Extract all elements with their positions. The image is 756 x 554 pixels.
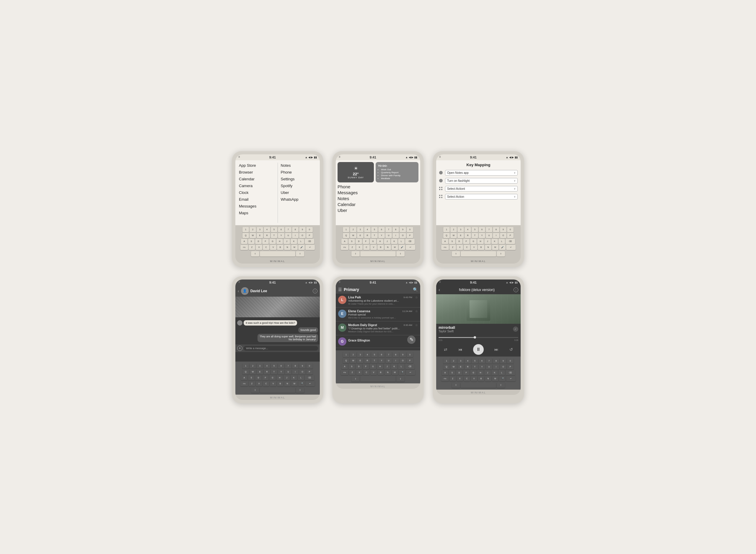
key-z[interactable]: Z — [249, 245, 255, 250]
star-icon-0[interactable]: ☆ — [415, 296, 418, 299]
add-attachment-button[interactable]: + — [237, 346, 243, 351]
key-enter[interactable]: ↵ — [305, 245, 315, 250]
prev-icon[interactable]: ⏮ — [458, 347, 462, 352]
shuffle-icon[interactable]: ⇄ — [444, 347, 447, 352]
key-shift-left[interactable]: ⇧ — [251, 251, 259, 257]
app-item-uber[interactable]: Uber — [281, 190, 316, 196]
info-icon-music[interactable]: i — [513, 287, 518, 292]
key-6[interactable]: 6 — [278, 227, 285, 232]
shortcut-messages[interactable]: Messages — [338, 190, 418, 195]
key-o[interactable]: O — [299, 233, 306, 238]
key-3[interactable]: 3 — [257, 227, 263, 232]
app-item-phone[interactable]: Phone — [281, 169, 316, 175]
email-item-0[interactable]: L Lisa Paik 9:43 PM Volunteering at the … — [336, 294, 420, 308]
app-item-settings[interactable]: Settings — [281, 176, 316, 182]
next-icon[interactable]: ⏭ — [494, 347, 499, 352]
msg-bubble-2: They are all doing super well, Benjamin … — [257, 334, 318, 342]
app-item-calendar[interactable]: Calendar — [239, 176, 274, 182]
key-8[interactable]: 8 — [292, 227, 299, 232]
todo-widget: TO DO: Work Out Quarterly Report Dinner … — [375, 162, 418, 182]
key-q[interactable]: Q — [243, 233, 249, 238]
email-list: L Lisa Paik 9:43 PM Volunteering at the … — [336, 294, 420, 348]
time-4: 9:41 — [269, 281, 276, 284]
key-1[interactable]: 1 — [243, 227, 249, 232]
hamburger-icon[interactable]: ☰ — [338, 287, 342, 292]
email-screen: ☰ Primary 🔍 L Lisa Paik 9:43 PM Voluntee… — [336, 285, 420, 350]
key-f[interactable]: F — [262, 239, 269, 244]
weather-temp: 22° — [353, 172, 359, 176]
shortcut-notes[interactable]: Notes — [338, 196, 418, 201]
compose-button[interactable]: ✎ — [407, 336, 415, 344]
key-s[interactable]: S — [248, 239, 255, 244]
play-pause-button[interactable]: ⏸ — [473, 344, 484, 355]
app-item-whatsapp[interactable]: WhatsApp — [281, 197, 316, 202]
app-item-browser[interactable]: Browser — [239, 169, 274, 175]
key-space[interactable] — [260, 251, 295, 257]
app-item-clock[interactable]: Clock — [239, 190, 274, 196]
message-input[interactable]: Write a message... — [244, 346, 318, 351]
app-item-messages[interactable]: Messages — [239, 203, 274, 209]
key-y[interactable]: Y — [278, 233, 285, 238]
key-v[interactable]: V — [270, 245, 276, 250]
key-n[interactable]: N — [284, 245, 291, 250]
key-e[interactable]: E — [257, 233, 263, 238]
app-item-appstore[interactable]: App Store — [239, 163, 274, 168]
key-p[interactable]: P — [306, 233, 313, 238]
status-icons-3: ▲ ◀ ▶ ▮▮ — [506, 156, 518, 159]
shortcut-phone[interactable]: Phone — [338, 184, 418, 189]
key-9[interactable]: 9 — [299, 227, 306, 232]
android-dot-5: ⠿ — [339, 281, 341, 284]
star-icon-2[interactable]: ☆ — [415, 324, 418, 327]
key-w[interactable]: W — [250, 233, 256, 238]
key-l[interactable]: L — [298, 239, 304, 244]
key-u[interactable]: U — [285, 233, 292, 238]
app-item-spotify[interactable]: Spotify — [281, 183, 316, 188]
key-i[interactable]: I — [292, 233, 299, 238]
email-item-2[interactable]: M Medium Daily Digest 6:30 AM "7 Drawing… — [336, 321, 420, 335]
key-7[interactable]: 7 — [285, 227, 292, 232]
key-4[interactable]: 4 — [264, 227, 270, 232]
key-mic[interactable]: 🎤 — [298, 245, 305, 250]
repeat-icon[interactable]: ↺ — [509, 347, 513, 352]
key-m[interactable]: M — [291, 245, 298, 250]
email-preview-2: Medium Daily Digest Get Medium for iOS..… — [348, 330, 412, 333]
key-shift-right[interactable]: ⇧ — [296, 251, 304, 257]
star-icon-1[interactable]: ☆ — [415, 310, 418, 313]
km-dropdown-3[interactable]: Select Action ∨ — [445, 194, 518, 200]
key-a[interactable]: A — [241, 239, 248, 244]
back-icon[interactable]: ‹ — [238, 289, 239, 293]
shortcut-uber[interactable]: Uber — [338, 208, 418, 213]
key-r[interactable]: R — [264, 233, 270, 238]
album-art — [436, 294, 521, 324]
email-item-1[interactable]: E Elena Casarosa 11:24 AM Portrait speci… — [336, 308, 420, 321]
km-dropdown-0[interactable]: Open Notes app ∨ — [445, 170, 518, 176]
key-g[interactable]: G — [269, 239, 276, 244]
key-t[interactable]: T — [271, 233, 277, 238]
key-h[interactable]: H — [276, 239, 283, 244]
key-fn[interactable]: FN — [240, 245, 248, 250]
info-icon[interactable]: i — [313, 289, 317, 293]
key-b[interactable]: B — [277, 245, 284, 250]
app-item-email[interactable]: Email — [239, 197, 274, 202]
progress-bar[interactable] — [439, 337, 518, 338]
android-dot-3: ⠿ — [439, 156, 441, 159]
key-k[interactable]: K — [291, 239, 297, 244]
search-icon[interactable]: 🔍 — [413, 287, 418, 292]
key-j[interactable]: J — [284, 239, 290, 244]
key-0[interactable]: 0 — [306, 227, 313, 232]
back-icon-music[interactable]: ‹ — [439, 287, 440, 292]
shortcut-calendar[interactable]: Calendar — [338, 202, 418, 207]
email-subject-0: Volunteering at the Lakestone student ar… — [348, 299, 412, 302]
key-c[interactable]: C — [263, 245, 269, 250]
key-d[interactable]: D — [255, 239, 262, 244]
key-2[interactable]: 2 — [250, 227, 256, 232]
key-x[interactable]: X — [256, 245, 262, 250]
km-dropdown-2[interactable]: Select Actiont ∨ — [445, 186, 518, 191]
phone-widgets: ⠿ 9:41 ▲ ◀ ▶ ▮▮ ☀ 22° SUNNY DAY TO DO: W… — [332, 151, 424, 267]
key-backspace[interactable]: ⌫ — [305, 239, 314, 244]
key-5[interactable]: 5 — [271, 227, 277, 232]
app-item-camera[interactable]: Camera — [239, 183, 274, 188]
km-dropdown-1[interactable]: Turn on flashlight ∨ — [445, 178, 518, 183]
app-item-maps[interactable]: Maps — [239, 210, 274, 216]
app-item-notes[interactable]: Notes — [281, 163, 316, 168]
